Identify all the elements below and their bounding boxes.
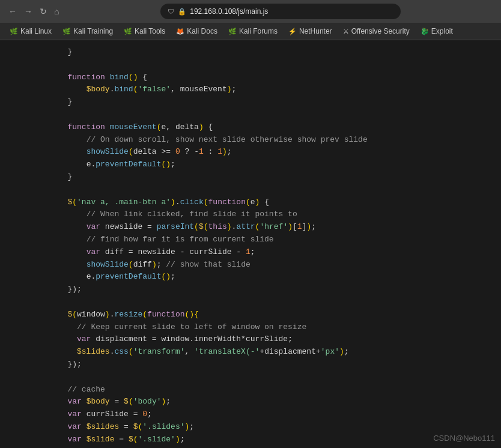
kali-forums-label: Kali Forums <box>239 27 278 35</box>
nethunter-label: NetHunter <box>299 27 332 35</box>
home-button[interactable]: ⌂ <box>52 5 61 17</box>
bookmark-nethunter[interactable]: ⚡ NetHunter <box>284 26 337 37</box>
exploit-label: Exploit <box>431 27 453 35</box>
address-bar[interactable]: 🛡 🔒 192.168.0.108/js/main.js <box>160 4 401 19</box>
kali-training-label: Kali Training <box>73 27 113 35</box>
kali-training-icon: 🌿 <box>62 28 71 35</box>
url-display: 192.168.0.108/js/main.js <box>190 7 268 16</box>
nav-buttons: ← → ↻ ⌂ <box>6 5 61 17</box>
forward-button[interactable]: → <box>22 5 35 17</box>
reload-button[interactable]: ↻ <box>37 5 49 17</box>
bookmark-offensive-security[interactable]: ⚔ Offensive Security <box>338 26 414 37</box>
kali-forums-icon: 🌿 <box>228 28 237 35</box>
bookmark-kali-tools[interactable]: 🌿 Kali Tools <box>119 26 170 37</box>
watermark: CSDN@Nebo111 <box>433 434 495 443</box>
bookmark-kali-docs[interactable]: 🦊 Kali Docs <box>171 26 222 37</box>
kali-tools-icon: 🌿 <box>124 28 132 35</box>
nethunter-icon: ⚡ <box>288 28 297 35</box>
kali-linux-icon: 🌿 <box>10 28 18 35</box>
kali-tools-label: Kali Tools <box>135 27 165 35</box>
code-area[interactable]: } function bind() { $body.bind('false', … <box>0 40 501 448</box>
browser-chrome: ← → ↻ ⌂ 🛡 🔒 192.168.0.108/js/main.js 🌿 K… <box>0 0 501 40</box>
kali-docs-icon: 🦊 <box>176 28 184 35</box>
bookmark-kali-forums[interactable]: 🌿 Kali Forums <box>223 26 282 37</box>
kali-linux-label: Kali Linux <box>20 27 52 35</box>
offensive-security-icon: ⚔ <box>343 28 349 35</box>
security-icon: 🛡 <box>168 8 174 16</box>
kali-docs-label: Kali Docs <box>187 27 217 35</box>
url-host: 192.168.0.108 <box>190 7 236 16</box>
browser-toolbar: ← → ↻ ⌂ 🛡 🔒 192.168.0.108/js/main.js <box>0 0 501 23</box>
lock-icon: 🔒 <box>178 8 186 16</box>
code-content: } function bind() { $body.bind('false', … <box>0 46 501 448</box>
url-path: /js/main.js <box>236 7 268 16</box>
exploit-icon: 🐉 <box>421 28 429 35</box>
bookmark-kali-linux[interactable]: 🌿 Kali Linux <box>5 26 56 37</box>
bookmark-kali-training[interactable]: 🌿 Kali Training <box>58 26 118 37</box>
bookmark-exploit[interactable]: 🐉 Exploit <box>416 26 458 37</box>
offensive-security-label: Offensive Security <box>351 27 410 35</box>
back-button[interactable]: ← <box>6 5 19 17</box>
bookmarks-bar: 🌿 Kali Linux 🌿 Kali Training 🌿 Kali Tool… <box>0 23 501 40</box>
